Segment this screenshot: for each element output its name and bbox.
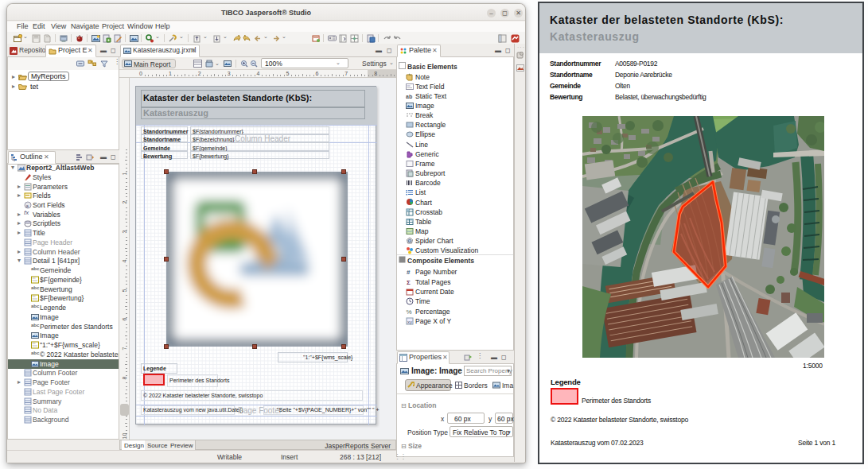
svg-text:#: # [407,269,411,276]
svg-text:xy: xy [407,319,412,324]
svg-text:ab: ab [406,94,412,99]
svg-text:Σ: Σ [407,279,411,286]
svg-text:%: % [407,308,412,316]
